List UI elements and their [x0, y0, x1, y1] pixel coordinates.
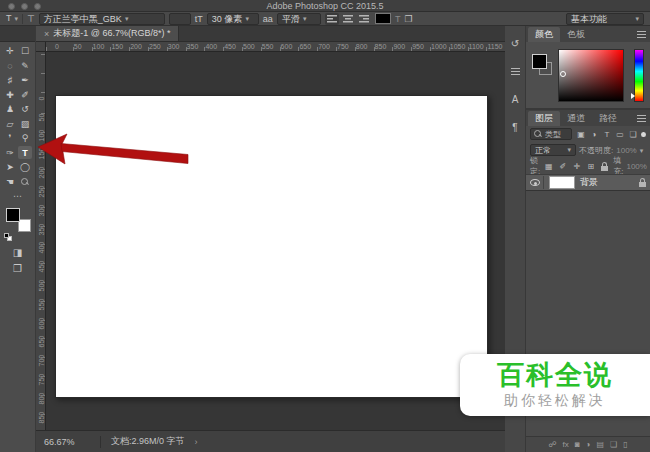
screen-mode-button[interactable]: ❐	[11, 262, 25, 275]
crop-tool[interactable]: ♯	[3, 74, 17, 87]
layer-row-background[interactable]: 背景	[526, 174, 650, 191]
layer-name: 背景	[580, 176, 598, 189]
font-style-select[interactable]	[169, 13, 191, 25]
character-panel-icon[interactable]: A	[507, 92, 523, 106]
adjustment-layer-filter-icon[interactable]: ◑	[588, 129, 599, 140]
anti-alias-select[interactable]: 平滑	[277, 13, 321, 25]
ruler-label: 1000	[431, 43, 447, 50]
gradient-tool[interactable]: ▨	[18, 117, 32, 130]
tab-channels[interactable]: 通道	[560, 111, 592, 126]
delete-layer-button[interactable]: ▯	[623, 440, 627, 449]
eyedropper-tool[interactable]: ✒	[18, 74, 32, 87]
move-tool[interactable]: ✛	[3, 45, 17, 58]
layer-filter-type-select[interactable]: 类型	[530, 128, 572, 140]
shape-tool[interactable]: ◯	[18, 161, 32, 174]
workspace-select[interactable]: 基本功能	[566, 13, 644, 25]
blur-tool[interactable]: ❜	[3, 132, 17, 145]
foreground-color-swatch[interactable]	[6, 208, 20, 222]
edit-toolbar-icon[interactable]: ⋯	[13, 191, 22, 201]
foreground-color-well[interactable]	[532, 54, 547, 69]
lock-transparent-pixels-icon[interactable]: ▦	[543, 161, 554, 172]
text-orientation-icon[interactable]: ⊤	[27, 13, 35, 25]
add-layer-mask-button[interactable]: ◙	[575, 440, 580, 449]
app-title: Adobe Photoshop CC 2015.5	[0, 1, 650, 11]
filter-icons: ▣◑T▭❏	[575, 129, 638, 140]
panel-menu-icon[interactable]	[637, 31, 646, 38]
ruler-corner	[36, 42, 46, 52]
tab-color[interactable]: 颜色	[528, 27, 560, 42]
opacity-value[interactable]: 100%	[616, 146, 643, 155]
shape-layer-filter-icon[interactable]: ▭	[614, 129, 625, 140]
tab-paths[interactable]: 路径	[592, 111, 624, 126]
ruler-label: 500	[38, 282, 45, 292]
paragraph-panel-icon[interactable]: ¶	[507, 120, 523, 134]
lock-all-icon[interactable]	[599, 161, 610, 172]
align-left-button[interactable]	[325, 13, 339, 25]
type-tool[interactable]: T	[18, 146, 32, 159]
lock-artboard-icon[interactable]: ⊞	[585, 161, 596, 172]
filter-toggle-icon[interactable]	[641, 132, 646, 137]
canvas[interactable]	[55, 95, 488, 398]
saturation-brightness-box[interactable]	[558, 49, 624, 102]
lasso-tool[interactable]: ◌	[3, 59, 17, 72]
ruler-label: 1050	[450, 43, 466, 50]
tool-grid: ✛☐◌✎♯✒✚✐♟↺▱▨❜⚲✑T➤◯☚	[3, 44, 33, 189]
tab-swatches[interactable]: 色板	[560, 27, 592, 42]
warp-text-icon[interactable]: T	[395, 13, 401, 25]
color-picker-marker[interactable]	[560, 71, 566, 77]
tab-layers[interactable]: 图层	[528, 111, 560, 126]
close-tab-icon[interactable]: ×	[44, 29, 49, 39]
zoom-tool[interactable]	[18, 175, 32, 188]
text-color-swatch[interactable]	[375, 13, 391, 24]
layer-style-button[interactable]: fx	[563, 440, 569, 449]
ruler-label: 700	[38, 357, 45, 367]
link-layers-button[interactable]: ☍	[548, 440, 556, 449]
default-colors-icon[interactable]	[4, 233, 9, 238]
document-size-info: 文档:2.96M/0 字节	[111, 435, 185, 448]
new-layer-button[interactable]: ❏	[610, 440, 617, 449]
new-group-button[interactable]: ▤	[596, 440, 604, 449]
ruler-label: 250	[38, 188, 45, 198]
ruler-label: 650	[38, 338, 45, 348]
lock-position-icon[interactable]: ✛	[571, 161, 582, 172]
pixel-layer-filter-icon[interactable]: ▣	[575, 129, 586, 140]
titlebar: Adobe Photoshop CC 2015.5	[0, 0, 650, 12]
hue-slider-marker[interactable]	[631, 93, 635, 99]
color-swatch-widget[interactable]	[4, 206, 32, 238]
type-layer-filter-icon[interactable]: T	[601, 129, 612, 140]
font-size-icon: tT	[195, 13, 203, 25]
eraser-tool[interactable]: ▱	[3, 117, 17, 130]
brush-tool[interactable]: ✐	[18, 88, 32, 101]
align-center-button[interactable]	[341, 13, 355, 25]
history-brush-tool[interactable]: ↺	[18, 103, 32, 116]
hue-slider[interactable]	[634, 49, 644, 102]
path-selection-tool[interactable]: ➤	[3, 161, 17, 174]
new-adjustment-layer-button[interactable]: ◑	[586, 440, 591, 449]
hand-tool[interactable]: ☚	[3, 175, 17, 188]
document-tab[interactable]: × 未标题-1 @ 66.7%(RGB/8*) *	[36, 26, 179, 41]
marquee-tool[interactable]: ☐	[18, 45, 32, 58]
fill-value[interactable]: 100%	[626, 162, 646, 171]
document-area: 0501001502002503003504004505005506006507…	[36, 42, 505, 430]
align-right-button[interactable]	[357, 13, 371, 25]
font-size-select[interactable]: 30 像素	[207, 13, 259, 25]
smart-object-filter-icon[interactable]: ❏	[627, 129, 638, 140]
spot-healing-tool[interactable]: ✚	[3, 88, 17, 101]
font-family-select[interactable]: 方正兰亭中黑_GBK	[39, 13, 165, 25]
history-panel-icon[interactable]: ↺	[507, 36, 523, 50]
tool-preset-button[interactable]: T	[6, 12, 18, 25]
status-options-chevron[interactable]: ›	[195, 437, 198, 447]
quick-mask-button[interactable]: ◨	[11, 246, 25, 259]
layer-thumbnail[interactable]	[549, 176, 575, 189]
lock-image-pixels-icon[interactable]: ✐	[557, 161, 568, 172]
pen-tool[interactable]: ✑	[3, 146, 17, 159]
panel-menu-icon[interactable]	[637, 115, 646, 122]
quick-selection-tool[interactable]: ✎	[18, 59, 32, 72]
dodge-tool[interactable]: ⚲	[18, 132, 32, 145]
ruler-label: 100	[38, 131, 45, 141]
zoom-level-field[interactable]: 66.67%	[44, 437, 90, 447]
layer-visibility-toggle[interactable]	[530, 176, 544, 189]
properties-panel-icon[interactable]	[507, 64, 523, 78]
toggle-panels-icon[interactable]: ❐	[404, 13, 412, 25]
clone-stamp-tool[interactable]: ♟	[3, 103, 17, 116]
